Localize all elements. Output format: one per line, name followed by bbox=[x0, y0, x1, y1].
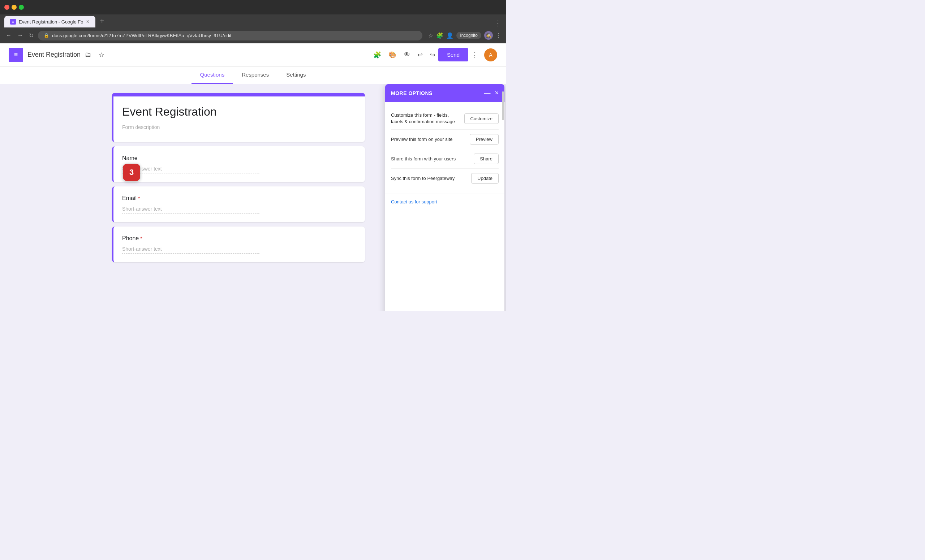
tab-settings[interactable]: Settings bbox=[277, 66, 314, 84]
browser-window-controls bbox=[0, 0, 506, 15]
more-options-close-button[interactable]: × bbox=[495, 89, 499, 97]
question-label-email: Email * bbox=[122, 195, 356, 202]
more-options-minimize-button[interactable]: — bbox=[484, 89, 490, 97]
forward-button[interactable]: → bbox=[16, 31, 24, 40]
more-options-title: MORE OPTIONS bbox=[391, 90, 432, 96]
options-row-preview: Preview this form on your site Preview bbox=[391, 130, 499, 149]
required-star-phone: * bbox=[140, 236, 142, 241]
folder-button[interactable]: 🗂 bbox=[82, 48, 94, 62]
options-label-customize: Customize this form - fields, labels & c… bbox=[391, 112, 464, 125]
tab-questions[interactable]: Questions bbox=[191, 66, 234, 84]
app-logo: ≡ bbox=[9, 48, 23, 62]
star-button[interactable]: ☆ bbox=[96, 48, 107, 62]
share-button[interactable]: Share bbox=[474, 154, 499, 164]
tab-title: Event Registration - Google Fo bbox=[19, 19, 83, 24]
reload-button[interactable]: ↻ bbox=[27, 31, 35, 41]
user-avatar: A bbox=[484, 48, 497, 62]
preview-form-button[interactable]: Preview bbox=[470, 134, 499, 145]
options-label-share: Share this form with your users bbox=[391, 156, 474, 162]
minimize-window-button[interactable] bbox=[12, 5, 17, 10]
address-bar-row: ← → ↻ 🔒 docs.google.com/forms/d/12To7mZP… bbox=[0, 27, 506, 44]
app-title: Event Registration bbox=[27, 51, 81, 59]
required-star-email: * bbox=[138, 196, 140, 201]
close-window-button[interactable] bbox=[5, 5, 9, 10]
palette-button[interactable]: 🎨 bbox=[386, 48, 399, 62]
main-content: 3 Event Registration Form description Na… bbox=[0, 84, 506, 311]
contact-link[interactable]: Contact us for support bbox=[391, 199, 437, 205]
undo-button[interactable]: ↩ bbox=[414, 48, 426, 62]
scroll-thumb bbox=[502, 92, 504, 120]
send-button[interactable]: Send bbox=[438, 48, 468, 62]
options-row-customize: Customize this form - fields, labels & c… bbox=[391, 108, 499, 130]
extensions-button[interactable]: 🧩 bbox=[436, 32, 443, 39]
addon-button[interactable]: 🧩 bbox=[371, 48, 384, 62]
options-row-share: Share this form with your users Share bbox=[391, 149, 499, 169]
question-card-email: Email * Short-answer text bbox=[112, 187, 365, 222]
answer-field-email[interactable]: Short-answer text bbox=[122, 206, 259, 214]
incognito-avatar: 🕵 bbox=[484, 31, 493, 40]
address-bar[interactable]: 🔒 docs.google.com/forms/d/12To7mZPVWdlPe… bbox=[38, 31, 422, 41]
more-options-header: MORE OPTIONS — × bbox=[385, 84, 505, 102]
active-tab[interactable]: ≡ Event Registration - Google Fo ✕ bbox=[5, 16, 95, 27]
answer-field-name[interactable]: Short-answer text bbox=[122, 166, 259, 173]
more-options-panel: MORE OPTIONS — × Customize this form - f… bbox=[385, 84, 505, 311]
more-options-footer: Contact us for support bbox=[385, 194, 505, 209]
form-container: Event Registration Form description Name… bbox=[112, 93, 365, 311]
options-row-update: Sync this form to Peergateway Update bbox=[391, 169, 499, 188]
question-card-name: Name Short-answer text bbox=[112, 146, 365, 182]
scroll-handle[interactable] bbox=[502, 84, 505, 311]
more-options-body: Customize this form - fields, labels & c… bbox=[385, 102, 505, 194]
incognito-badge: Incognito bbox=[456, 32, 481, 39]
tab-close-button[interactable]: ✕ bbox=[86, 19, 90, 24]
answer-field-phone[interactable]: Short-answer text bbox=[122, 246, 259, 254]
question-card-phone: Phone * Short-answer text bbox=[112, 227, 365, 262]
back-button[interactable]: ← bbox=[5, 31, 13, 40]
app-header: ≡ Event Registration 🗂 ☆ 🧩 🎨 👁 ↩ ↪ Send … bbox=[0, 44, 506, 66]
browser-actions: ☆ 🧩 👤 Incognito 🕵 ⋮ bbox=[428, 31, 502, 40]
step-badge: 3 bbox=[123, 164, 140, 181]
traffic-lights bbox=[5, 5, 24, 10]
tab-bar: ≡ Event Registration - Google Fo ✕ + ⋮ bbox=[0, 15, 506, 27]
more-options-header-actions: — × bbox=[484, 89, 499, 97]
form-title: Event Registration bbox=[122, 105, 356, 119]
bookmark-button[interactable]: ☆ bbox=[428, 32, 433, 39]
browser-menu-button[interactable]: ⋮ bbox=[496, 32, 502, 39]
form-header-card: Event Registration Form description bbox=[112, 93, 365, 142]
nav-tabs: Questions Responses Settings bbox=[0, 66, 506, 84]
preview-button[interactable]: 👁 bbox=[401, 48, 413, 62]
tab-favicon: ≡ bbox=[10, 19, 16, 24]
profile-button[interactable]: 👤 bbox=[446, 32, 453, 39]
form-description[interactable]: Form description bbox=[122, 124, 356, 133]
options-label-update: Sync this form to Peergateway bbox=[391, 175, 471, 182]
redo-button[interactable]: ↪ bbox=[427, 48, 438, 62]
more-menu-button[interactable]: ⋮ bbox=[468, 48, 481, 62]
new-tab-button[interactable]: + bbox=[97, 15, 107, 27]
maximize-window-button[interactable] bbox=[19, 5, 24, 10]
address-text: docs.google.com/forms/d/12To7mZPVWdlPeLR… bbox=[52, 33, 417, 38]
update-button[interactable]: Update bbox=[471, 173, 499, 184]
customize-button[interactable]: Customize bbox=[464, 113, 499, 124]
question-label-name: Name bbox=[122, 155, 356, 161]
tab-responses[interactable]: Responses bbox=[233, 66, 277, 84]
incognito-label: Incognito bbox=[460, 33, 478, 38]
question-label-phone: Phone * bbox=[122, 235, 356, 242]
options-label-preview: Preview this form on your site bbox=[391, 136, 470, 143]
lock-icon: 🔒 bbox=[44, 33, 49, 38]
